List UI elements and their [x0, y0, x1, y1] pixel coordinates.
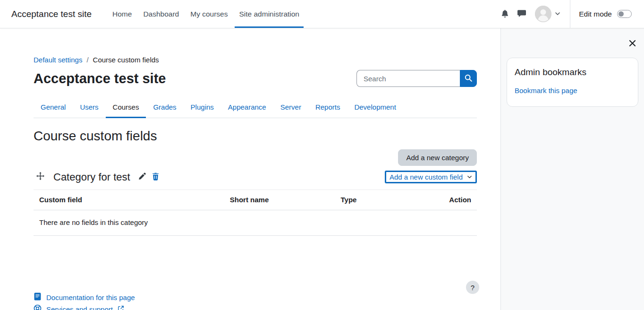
services-support-link[interactable]: Services and support	[34, 304, 135, 310]
col-header-short-name: Short name	[224, 190, 335, 210]
empty-message: There are no fields in this category	[34, 210, 477, 236]
move-icon	[36, 172, 44, 182]
search-input[interactable]	[356, 70, 460, 87]
edit-mode-toggle[interactable]	[617, 10, 632, 18]
close-drawer-button[interactable]	[627, 37, 638, 51]
page-footer-links: Documentation for this page Services and…	[34, 293, 135, 310]
breadcrumb-separator: /	[86, 56, 88, 64]
breadcrumb: Default settings / Course custom fields	[34, 56, 477, 64]
tab-reports[interactable]: Reports	[308, 97, 347, 118]
custom-fields-table: Custom field Short name Type Action Ther…	[34, 190, 477, 236]
tab-appearance[interactable]: Appearance	[221, 97, 273, 118]
category-title-group: Category for test	[34, 171, 162, 183]
add-custom-field-select-label: Add a new custom field	[390, 173, 463, 181]
empty-table-row: There are no fields in this category	[34, 210, 477, 236]
navbar-divider	[570, 0, 570, 28]
primary-nav: Home Dashboard My courses Site administr…	[107, 0, 305, 28]
tab-general[interactable]: General	[34, 97, 73, 118]
documentation-link-label: Documentation for this page	[46, 293, 135, 301]
edit-mode-toggle-knob	[619, 11, 624, 17]
trash-icon	[152, 172, 160, 182]
bookmark-this-page-link[interactable]: Bookmark this page	[515, 86, 577, 95]
edit-mode-control: Edit mode	[579, 10, 633, 18]
add-category-button[interactable]: Add a new category	[398, 149, 477, 166]
services-support-link-label: Services and support	[46, 305, 113, 310]
main-region: Default settings / Course custom fields …	[0, 28, 500, 310]
move-category-handle[interactable]	[34, 171, 47, 183]
admin-search-form	[356, 70, 477, 87]
tab-courses[interactable]: Courses	[106, 97, 146, 118]
category-name: Category for test	[53, 171, 130, 183]
help-button[interactable]: ?	[466, 281, 479, 294]
delete-category-button[interactable]	[149, 171, 162, 183]
edit-mode-label: Edit mode	[579, 10, 612, 18]
nav-item-my-courses[interactable]: My courses	[186, 0, 232, 28]
col-header-type: Type	[335, 190, 411, 210]
chat-icon	[517, 9, 526, 19]
site-heading: Acceptance test site	[34, 71, 166, 86]
settings-tabs: General Users Courses Grades Plugins App…	[34, 97, 477, 118]
admin-bookmarks-block: Admin bookmarks Bookmark this page	[507, 58, 638, 107]
nav-item-home[interactable]: Home	[108, 0, 136, 28]
close-icon	[629, 41, 636, 48]
col-header-action: Action	[410, 190, 477, 210]
tab-grades[interactable]: Grades	[146, 97, 183, 118]
add-custom-field-select[interactable]: Add a new custom field	[385, 171, 477, 183]
user-menu[interactable]	[535, 6, 560, 22]
notifications-button[interactable]	[497, 6, 513, 23]
search-button[interactable]	[460, 70, 477, 87]
page-title: Course custom fields	[34, 129, 477, 144]
book-icon	[34, 293, 42, 302]
page-body: Default settings / Course custom fields …	[0, 28, 644, 310]
chevron-down-icon	[555, 10, 560, 18]
edit-category-button[interactable]	[135, 171, 149, 183]
table-header-row: Custom field Short name Type Action	[34, 190, 477, 210]
admin-bookmarks-title: Admin bookmarks	[515, 67, 630, 78]
messages-button[interactable]	[513, 5, 530, 23]
tab-users[interactable]: Users	[73, 97, 105, 118]
tab-server[interactable]: Server	[273, 97, 308, 118]
nav-item-site-administration[interactable]: Site administration	[235, 0, 304, 28]
tab-plugins[interactable]: Plugins	[184, 97, 221, 118]
external-link-icon	[118, 305, 124, 310]
tab-development[interactable]: Development	[347, 97, 403, 118]
actions-row: Add a new category	[34, 149, 477, 166]
site-brand[interactable]: Acceptance test site	[11, 9, 92, 19]
navbar: Acceptance test site Home Dashboard My c…	[0, 0, 644, 28]
breadcrumb-current: Course custom fields	[93, 56, 159, 64]
page-header-row: Acceptance test site	[34, 70, 477, 87]
search-icon	[464, 74, 473, 84]
nav-item-dashboard[interactable]: Dashboard	[139, 0, 183, 28]
breadcrumb-default-settings[interactable]: Default settings	[34, 56, 82, 64]
content-container: Default settings / Course custom fields …	[23, 56, 487, 236]
blocks-drawer: Admin bookmarks Bookmark this page	[500, 28, 644, 310]
pencil-icon	[138, 172, 146, 182]
avatar	[535, 6, 551, 22]
category-header: Category for test Add a new custom field	[34, 171, 477, 190]
col-header-custom-field: Custom field	[34, 190, 224, 210]
life-ring-icon	[34, 304, 42, 310]
documentation-link[interactable]: Documentation for this page	[34, 293, 135, 302]
chevron-down-icon	[467, 173, 472, 181]
bell-icon	[501, 9, 509, 19]
